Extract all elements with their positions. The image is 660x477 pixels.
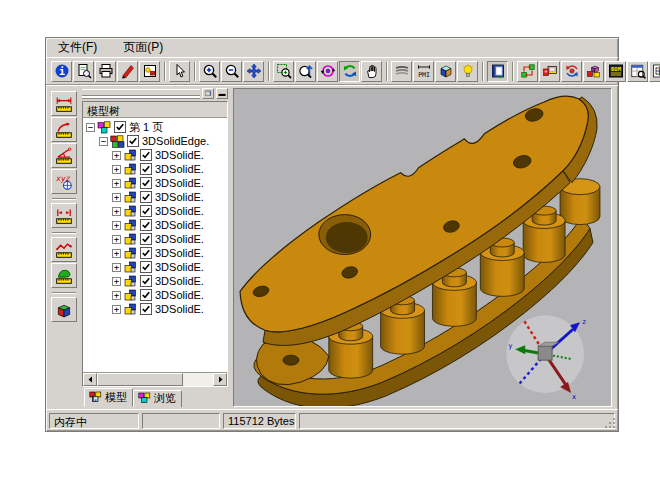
3d-viewport[interactable]: z x y: [233, 88, 612, 407]
info-button[interactable]: i: [51, 61, 72, 82]
tree-checkbox[interactable]: [140, 303, 152, 315]
tree-node-label: 3DSolidE.: [155, 149, 204, 161]
tree-expander[interactable]: +: [112, 291, 121, 300]
measure-gap-button[interactable]: [51, 203, 77, 228]
print-preview-button[interactable]: [73, 61, 94, 82]
zoom-out-button[interactable]: [221, 61, 242, 82]
scrollbar-thumb[interactable]: [97, 373, 183, 386]
pmi-button[interactable]: PMI: [413, 61, 434, 82]
measure-curve-button[interactable]: [51, 237, 77, 262]
rotate-view-button[interactable]: [317, 61, 338, 82]
tree-expander[interactable]: +: [112, 221, 121, 230]
tree-expander[interactable]: +: [112, 151, 121, 160]
measure-distance-button[interactable]: [51, 91, 77, 116]
tree-row[interactable]: −3DSolidEdge.: [83, 134, 227, 148]
tab-model[interactable]: M模型: [84, 388, 133, 407]
snapshot-button[interactable]: [539, 61, 560, 82]
tree-expander[interactable]: +: [112, 263, 121, 272]
measure-3d-button[interactable]: [51, 297, 77, 322]
tree-checkbox[interactable]: [140, 261, 152, 273]
scroll-right-button[interactable]: [213, 373, 227, 386]
assembly-button[interactable]: [517, 61, 538, 82]
tree-row[interactable]: +3DSolidE.: [83, 232, 227, 246]
tree-row[interactable]: +3DSolidE.: [83, 148, 227, 162]
tree-checkbox[interactable]: [140, 289, 152, 301]
panel-float-button[interactable]: ❐: [202, 88, 214, 99]
bom-button[interactable]: BOM: [605, 61, 626, 82]
scrollbar-track[interactable]: [97, 373, 213, 386]
tree-expander[interactable]: +: [112, 207, 121, 216]
light-button[interactable]: [457, 61, 478, 82]
toolbar-group: BOM: [517, 61, 660, 82]
tree-expander[interactable]: −: [99, 137, 108, 146]
tree-row[interactable]: +3DSolidE.: [83, 162, 227, 176]
tree-expander[interactable]: +: [112, 179, 121, 188]
tree-checkbox[interactable]: [140, 247, 152, 259]
measure-area-button[interactable]: [51, 263, 77, 288]
tree-checkbox[interactable]: [114, 121, 126, 133]
tree-row[interactable]: +3DSolidE.: [83, 204, 227, 218]
panel-gripper[interactable]: [82, 89, 200, 96]
tree-row[interactable]: +3DSolidE.: [83, 302, 227, 316]
notebook-button[interactable]: [487, 61, 508, 82]
pan-hand-button[interactable]: [361, 61, 382, 82]
tree-expander[interactable]: +: [112, 193, 121, 202]
pan-hand-icon: [364, 63, 380, 79]
tree-checkbox[interactable]: [140, 275, 152, 287]
tree-row[interactable]: +3DSolidE.: [83, 218, 227, 232]
measure-angle-button[interactable]: [51, 143, 77, 168]
measure-radius-button[interactable]: [51, 117, 77, 142]
tree-row[interactable]: +3DSolidE.: [83, 190, 227, 204]
tree-checkbox[interactable]: [140, 163, 152, 175]
tree-row[interactable]: +3DSolidE.: [83, 176, 227, 190]
tree-checkbox[interactable]: [140, 177, 152, 189]
tab-browse[interactable]: 浏览: [133, 390, 182, 407]
tree-checkbox[interactable]: [140, 233, 152, 245]
tree-checkbox[interactable]: [140, 219, 152, 231]
toolbar-group: [169, 61, 191, 82]
measure-coordinate-button[interactable]: xyz: [51, 169, 77, 194]
tree-expander[interactable]: −: [86, 123, 95, 132]
tree-checkbox[interactable]: [140, 149, 152, 161]
pan-button[interactable]: [243, 61, 264, 82]
model-box-button[interactable]: [435, 61, 456, 82]
tree-expander[interactable]: +: [112, 249, 121, 258]
panel-hide-button[interactable]: ▬: [216, 88, 228, 99]
pmi-icon: PMI: [416, 63, 432, 79]
tree-checkbox[interactable]: [140, 191, 152, 203]
tree-row[interactable]: +3DSolidE.: [83, 288, 227, 302]
tree-row[interactable]: +3DSolidE.: [83, 246, 227, 260]
report-button[interactable]: [627, 61, 648, 82]
tree-expander[interactable]: +: [112, 165, 121, 174]
update-button[interactable]: [561, 61, 582, 82]
tree-expander[interactable]: +: [112, 305, 121, 314]
export-button[interactable]: [139, 61, 160, 82]
3d-model-canvas[interactable]: z x y: [234, 89, 611, 406]
zoom-select-button[interactable]: [295, 61, 316, 82]
part-node-icon: [123, 303, 138, 316]
refresh-button[interactable]: [339, 61, 360, 82]
print-button[interactable]: [95, 61, 116, 82]
zoom-out-icon: [224, 63, 240, 79]
parts-blocks-button[interactable]: [583, 61, 604, 82]
tree-view-button[interactable]: [649, 61, 660, 82]
tree-row[interactable]: −第 1 页: [83, 120, 227, 134]
tree-expander[interactable]: +: [112, 235, 121, 244]
part-node-icon: [123, 205, 138, 218]
tree-checkbox[interactable]: [127, 135, 139, 147]
scroll-left-button[interactable]: [83, 373, 97, 386]
tree-row[interactable]: +3DSolidE.: [83, 274, 227, 288]
menu-item-file[interactable]: 文件(F): [56, 38, 99, 57]
tree-expander[interactable]: +: [112, 277, 121, 286]
menu-item-page[interactable]: 页面(P): [121, 38, 165, 57]
select-cursor-button[interactable]: [169, 61, 190, 82]
zoom-window-button[interactable]: [273, 61, 294, 82]
orientation-triad[interactable]: z x y: [506, 315, 586, 401]
markup-pen-button[interactable]: [117, 61, 138, 82]
status-message: [299, 413, 615, 429]
tree-row[interactable]: +3DSolidE.: [83, 260, 227, 274]
layers-button[interactable]: [391, 61, 412, 82]
zoom-in-button[interactable]: [199, 61, 220, 82]
resize-grip[interactable]: [603, 416, 616, 429]
tree-checkbox[interactable]: [140, 205, 152, 217]
